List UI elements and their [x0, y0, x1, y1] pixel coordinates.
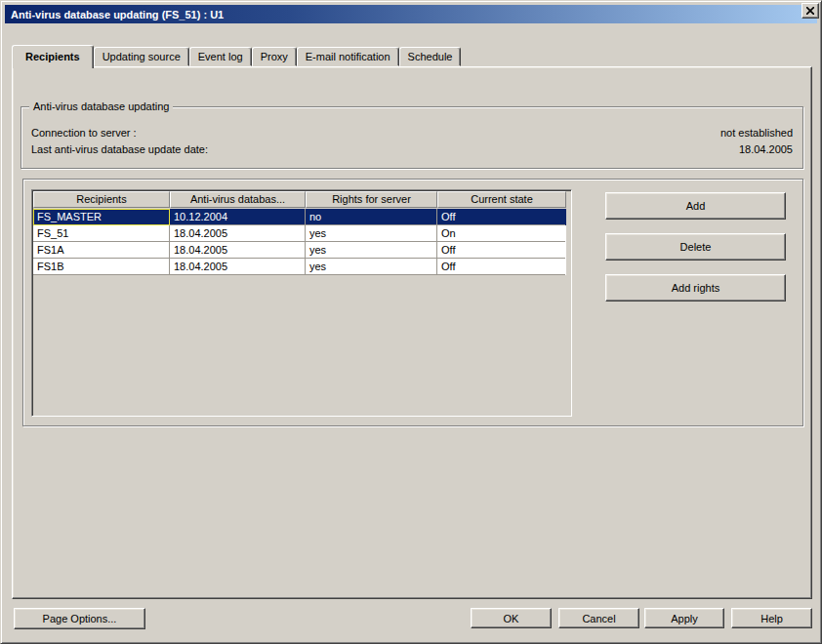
- last-update-value: 18.04.2005: [739, 142, 793, 156]
- table-body: FS_MASTER 10.12.2004 no Off FS_51 18.04.…: [33, 209, 566, 275]
- column-header-database-date[interactable]: Anti-virus databas...: [170, 191, 306, 208]
- recipients-table: Recipients Anti-virus databas... Rights …: [31, 189, 572, 417]
- close-button[interactable]: [801, 3, 819, 19]
- add-rights-button[interactable]: Add rights: [605, 274, 786, 302]
- table-row[interactable]: FS1B 18.04.2005 yes Off: [33, 259, 566, 275]
- column-header-current-state[interactable]: Current state: [437, 191, 566, 208]
- tab-schedule[interactable]: Schedule: [399, 47, 462, 66]
- tab-strip: Recipients Updating source Event log Pro…: [12, 45, 461, 68]
- tab-updating-source[interactable]: Updating source: [94, 47, 189, 66]
- table-cell: no: [306, 209, 437, 225]
- delete-button[interactable]: Delete: [605, 233, 786, 261]
- table-cell: yes: [306, 242, 437, 259]
- table-cell: Off: [437, 242, 565, 259]
- add-button[interactable]: Add: [605, 192, 786, 220]
- table-row[interactable]: FS_51 18.04.2005 yes On: [33, 225, 566, 242]
- cancel-button[interactable]: Cancel: [558, 608, 639, 628]
- tab-recipients[interactable]: Recipients: [12, 45, 94, 68]
- table-cell: 10.12.2004: [170, 209, 306, 225]
- table-cell: yes: [306, 225, 437, 242]
- tab-proxy[interactable]: Proxy: [252, 47, 297, 66]
- tab-email-notification[interactable]: E-mail notification: [297, 47, 399, 66]
- help-button[interactable]: Help: [731, 608, 812, 628]
- close-icon: [806, 7, 814, 15]
- table-cell: 18.04.2005: [170, 259, 306, 275]
- table-row[interactable]: FS1A 18.04.2005 yes Off: [33, 242, 566, 259]
- tab-event-log[interactable]: Event log: [189, 47, 252, 66]
- info-groupbox: Anti-virus database updating Connection …: [21, 106, 803, 169]
- table-cell: FS_MASTER: [33, 209, 170, 225]
- apply-button[interactable]: Apply: [644, 608, 724, 628]
- table-cell: FS1B: [33, 259, 170, 275]
- table-cell: FS1A: [33, 242, 170, 259]
- titlebar: Anti-virus database updating (FS_51) : U…: [5, 5, 817, 23]
- connection-row: Connection to server : not established: [21, 126, 802, 140]
- column-header-rights[interactable]: Rights for server: [306, 191, 437, 208]
- table-cell: FS_51: [33, 225, 170, 242]
- table-cell: 18.04.2005: [170, 225, 306, 242]
- table-cell: 18.04.2005: [170, 242, 306, 259]
- last-update-row: Last anti-virus database update date: 18…: [21, 142, 802, 156]
- table-cell: yes: [306, 259, 437, 275]
- table-header: Recipients Anti-virus databas... Rights …: [33, 191, 571, 209]
- last-update-label: Last anti-virus database update date:: [31, 142, 208, 156]
- column-header-recipients[interactable]: Recipients: [33, 191, 170, 208]
- page-options-button[interactable]: Page Options...: [14, 608, 145, 629]
- table-row[interactable]: FS_MASTER 10.12.2004 no Off: [33, 209, 566, 225]
- table-cell: Off: [437, 209, 565, 225]
- groupbox-title: Anti-virus database updating: [29, 101, 173, 113]
- table-cell: On: [437, 225, 565, 242]
- ok-button[interactable]: OK: [471, 608, 552, 628]
- table-cell: Off: [437, 259, 565, 275]
- window-title: Anti-virus database updating (FS_51) : U…: [11, 9, 224, 20]
- connection-label: Connection to server :: [31, 126, 137, 140]
- dialog-window: Anti-virus database updating (FS_51) : U…: [0, 0, 822, 644]
- connection-value: not established: [720, 126, 793, 140]
